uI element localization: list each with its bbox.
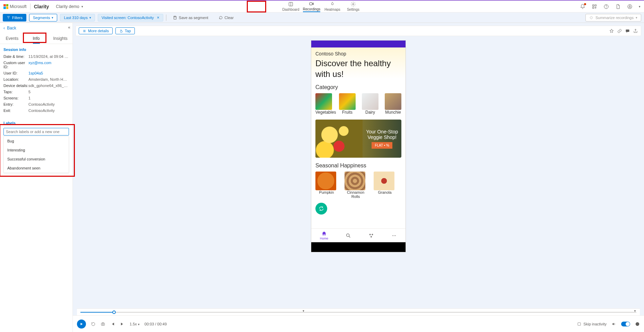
divider: [166, 15, 166, 21]
labels-search-input[interactable]: [3, 128, 69, 136]
settings-icon: [350, 1, 356, 7]
clear-button[interactable]: Clear: [215, 14, 237, 21]
search-icon: [346, 233, 351, 238]
date-range-chip[interactable]: Last 310 days ▾: [60, 14, 95, 21]
play-button[interactable]: [77, 320, 86, 329]
session-info-title: Session info: [3, 47, 69, 52]
label-option[interactable]: Successful conversion: [4, 155, 69, 164]
phone-tab-more[interactable]: [391, 233, 397, 238]
info-value-link[interactable]: xyz@ms.com: [28, 61, 69, 69]
applied-filter-label: Visited screen: ContosoActivity: [102, 16, 154, 20]
chevron-down-icon: ▾: [636, 16, 637, 19]
svg-rect-2: [310, 2, 312, 5]
volume-icon[interactable]: [611, 322, 616, 326]
info-row: Custom user ID:xyz@ms.com: [3, 61, 69, 69]
workspace-selector[interactable]: Clarity demo ▾: [56, 4, 83, 9]
info-key: Exit:: [3, 108, 28, 113]
summarize-recordings-button[interactable]: Summarize recordings ▾: [585, 14, 641, 21]
save-icon: [173, 16, 177, 20]
feedback-icon[interactable]: [625, 28, 630, 34]
seasonal-label: Granola: [374, 190, 396, 194]
svg-point-3: [353, 3, 354, 5]
summarize-label: Summarize recordings: [595, 16, 634, 20]
tab-recordings[interactable]: Recordings: [301, 1, 322, 12]
sidebar-tab-events[interactable]: Events: [0, 33, 24, 44]
promo-cta[interactable]: FLAT • %: [372, 142, 392, 149]
link-icon[interactable]: [617, 28, 622, 34]
timeline-scrubber[interactable]: ▼ ▼: [77, 308, 640, 315]
phone-tab-categories[interactable]: [368, 233, 374, 238]
seasonal-title: Seasonal Happiness: [315, 163, 401, 169]
tab-settings[interactable]: Settings: [343, 1, 364, 12]
save-as-segment-button[interactable]: Save as segment: [169, 14, 212, 21]
viewer-toolbar: More details Tap: [76, 26, 641, 36]
phone-tab-search[interactable]: [346, 233, 351, 238]
sidebar-tabs: Events Info Insights: [0, 33, 72, 44]
tap-button[interactable]: Tap: [115, 27, 135, 34]
skip-forward-icon[interactable]: [120, 322, 125, 326]
seasonal-item[interactable]: Pumpkin: [315, 172, 338, 199]
promo-line2: Veggie Shop!: [363, 134, 401, 140]
screenshot-icon[interactable]: [101, 322, 105, 326]
category-item[interactable]: Fruits: [339, 93, 356, 115]
help-icon[interactable]: [603, 4, 609, 9]
star-icon[interactable]: [609, 28, 614, 34]
save-as-segment-label: Save as segment: [179, 16, 208, 20]
tab-heatmaps[interactable]: Heatmaps: [322, 1, 343, 12]
category-label: Fruits: [339, 110, 356, 115]
info-key: Date & time:: [3, 54, 28, 59]
share-icon[interactable]: [633, 28, 638, 34]
category-item[interactable]: Munchie: [385, 93, 401, 115]
autoplay-toggle[interactable]: [621, 322, 630, 326]
category-item[interactable]: Dairy: [362, 93, 378, 115]
promo-banner[interactable]: Your One-Stop Veggie Shop! FLAT • %: [315, 120, 401, 158]
playback-speed[interactable]: 1.5x ▾: [130, 322, 140, 326]
category-label: Munchie: [385, 110, 401, 115]
chevron-down-icon[interactable]: ▾: [639, 5, 641, 8]
info-value: Amsterdam, North Holland, Netherl…: [28, 77, 69, 81]
info-icon[interactable]: [635, 322, 640, 326]
apps-icon[interactable]: [592, 4, 597, 9]
annotation-highlight: [247, 1, 266, 12]
category-image: [315, 93, 332, 110]
info-value-link[interactable]: 1sp04a5: [28, 71, 69, 75]
grid-icon: [368, 233, 374, 238]
seasonal-item[interactable]: Granola: [374, 172, 396, 199]
collapse-sidebar-icon[interactable]: «: [68, 25, 70, 30]
date-range-label: Last 310 days: [64, 16, 88, 20]
svg-point-10: [629, 5, 630, 7]
sync-icon: [319, 206, 324, 211]
replay-icon[interactable]: [91, 322, 96, 326]
filters-button[interactable]: Filters: [3, 14, 26, 21]
phone-body: Contoso Shop Discover the healthy with u…: [311, 47, 406, 242]
sidebar-tab-insights[interactable]: Insights: [48, 33, 72, 44]
segments-button[interactable]: Segments ▾: [29, 14, 58, 21]
label-option[interactable]: Interesting: [4, 146, 69, 155]
refresh-fab[interactable]: [315, 203, 327, 215]
info-row: Entry:ContosoActivity: [3, 102, 69, 106]
label-option[interactable]: Abandonment seen: [4, 164, 69, 173]
user-avatar-icon[interactable]: [627, 4, 633, 9]
tab-dashboard[interactable]: Dashboard: [280, 1, 301, 12]
applied-filter-chip[interactable]: Visited screen: ContosoActivity ×: [98, 14, 163, 21]
notification-icon[interactable]: [580, 4, 585, 9]
sidebar-tab-info[interactable]: Info: [24, 33, 49, 44]
divider: [30, 3, 31, 10]
more-details-button[interactable]: More details: [79, 27, 113, 34]
label-option[interactable]: Bug: [4, 137, 69, 146]
document-icon[interactable]: [615, 4, 621, 9]
remove-filter-icon[interactable]: ×: [157, 15, 159, 20]
info-key: Device details:: [3, 84, 28, 88]
category-item[interactable]: Vegetables: [315, 93, 333, 115]
seasonal-label: Cinnamon Rolls: [345, 190, 367, 199]
skip-inactivity-toggle[interactable]: Skip inactivity: [577, 322, 607, 326]
back-label: Back: [7, 26, 16, 30]
back-button[interactable]: ‹ Back: [0, 23, 72, 33]
scrub-knob[interactable]: [112, 311, 116, 314]
chevron-left-icon: ‹: [3, 26, 5, 30]
seasonal-item[interactable]: Cinnamon Rolls: [345, 172, 367, 199]
phone-tab-home[interactable]: Home: [320, 231, 328, 240]
info-value: 11/19/2024, at 09:04 PM: [28, 54, 69, 59]
header-actions: ▾: [580, 4, 641, 9]
skip-back-icon[interactable]: [110, 322, 115, 326]
